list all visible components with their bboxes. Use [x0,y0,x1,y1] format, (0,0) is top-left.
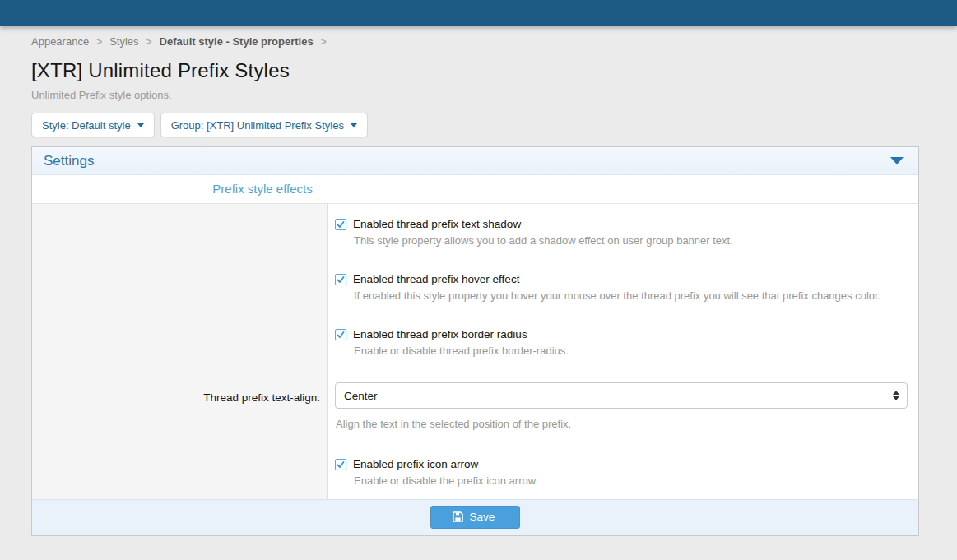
label-cell [32,314,328,369]
group-dropdown-label: Group: [XTR] Unlimited Prefix Styles [171,119,344,132]
panel-footer: Save [32,499,918,535]
hover-effect-checkbox[interactable] [335,274,346,285]
label-cell: Thread prefix text-align: [32,369,328,444]
label-cell [32,444,328,499]
icon-arrow-checkbox[interactable] [335,459,346,470]
filter-row: Style: Default style Group: [XTR] Unlimi… [31,113,919,137]
border-radius-checkbox[interactable] [335,329,346,340]
checkbox-line: Enabled thread prefix border radius [335,328,908,340]
field-description: This style property allows you to add a … [354,234,908,247]
chevron-down-icon [351,123,357,127]
group-heading-row: Prefix style effects [32,175,918,204]
input-cell: Enabled prefix icon arrow Enable or disa… [328,444,918,499]
field-description: Enable or disable thread prefix border-r… [354,345,908,357]
field-description: Enable or disable the prefix icon arrow. [354,474,908,487]
breadcrumb-separator-icon: > [321,36,327,48]
save-button-label: Save [470,511,495,523]
text-shadow-checkbox[interactable] [335,219,346,230]
field-description: Align the text in the selected position … [336,418,908,430]
checkbox-line: Enabled thread prefix hover effect [335,273,908,285]
settings-panel-title: Settings [44,153,94,169]
select-value: Center [344,390,378,402]
page-title: [XTR] Unlimited Prefix Styles [31,59,919,82]
breadcrumb-item-current[interactable]: Default style - Style properties [160,35,314,48]
page-content: Appearance > Styles > Default style - St… [0,26,957,536]
label-cell [32,259,328,314]
breadcrumb-separator-icon: > [146,36,152,48]
field-description: If enabled this style property you hover… [354,289,908,302]
breadcrumb-separator-icon: > [96,36,102,48]
checkbox-label[interactable]: Enabled prefix icon arrow [353,458,478,470]
checkbox-line: Enabled thread prefix text shadow [335,218,908,230]
text-align-label: Thread prefix text-align: [203,391,320,404]
collapse-arrow-icon[interactable] [890,157,904,164]
group-dropdown-button[interactable]: Group: [XTR] Unlimited Prefix Styles [160,113,368,137]
text-align-select[interactable]: Center [335,382,908,409]
settings-panel: Settings Prefix style effects Enabled th… [31,146,919,536]
input-cell: Center Align the text in the selected po… [328,369,918,444]
form-row-icon-arrow: Enabled prefix icon arrow Enable or disa… [32,444,918,499]
checkbox-label[interactable]: Enabled thread prefix hover effect [353,273,519,285]
form-row-text-shadow: Enabled thread prefix text shadow This s… [32,204,918,259]
checkbox-label[interactable]: Enabled thread prefix border radius [353,328,527,340]
settings-panel-header[interactable]: Settings [32,147,918,175]
group-heading: Prefix style effects [32,182,493,196]
input-cell: Enabled thread prefix hover effect If en… [328,259,918,314]
chevron-down-icon [137,123,144,127]
checkbox-label[interactable]: Enabled thread prefix text shadow [353,218,521,230]
form-row-border-radius: Enabled thread prefix border radius Enab… [32,314,918,369]
checkbox-line: Enabled prefix icon arrow [335,458,908,470]
style-dropdown-label: Style: Default style [42,119,131,132]
page-subtitle: Unlimited Prefix style options. [31,89,919,101]
label-cell [32,204,328,259]
save-button[interactable]: Save [430,506,521,529]
form-row-text-align: Thread prefix text-align: Center Align t… [32,369,918,444]
input-cell: Enabled thread prefix border radius Enab… [328,314,918,369]
breadcrumb-item-styles[interactable]: Styles [109,35,138,48]
save-icon [453,511,463,522]
top-navigation-bar [0,0,957,26]
breadcrumb: Appearance > Styles > Default style - St… [31,26,919,48]
form-row-hover-effect: Enabled thread prefix hover effect If en… [32,259,918,314]
style-dropdown-button[interactable]: Style: Default style [31,113,155,137]
breadcrumb-item-appearance[interactable]: Appearance [31,35,89,48]
select-stepper-icon [893,391,899,400]
input-cell: Enabled thread prefix text shadow This s… [328,204,918,259]
